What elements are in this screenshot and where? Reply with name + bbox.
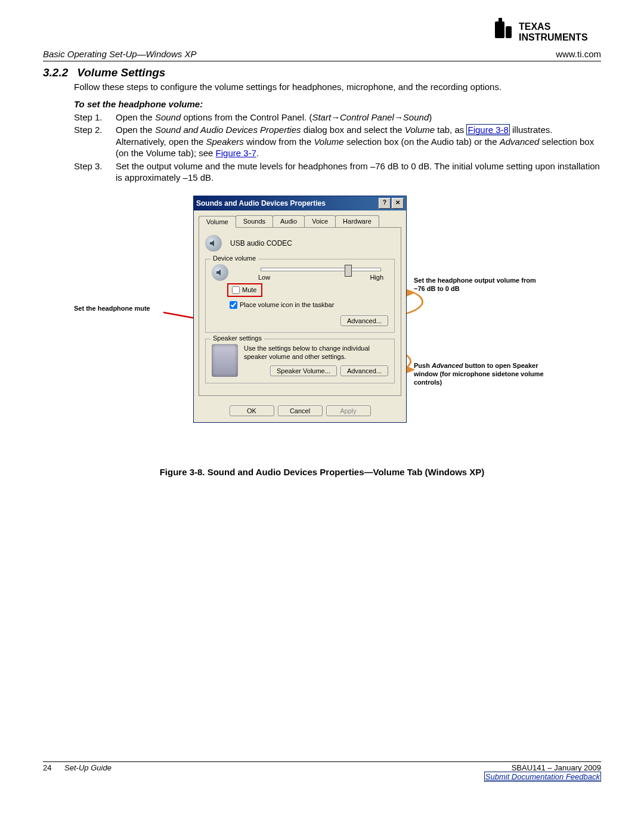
tab-voice[interactable]: Voice bbox=[304, 215, 336, 227]
cancel-button[interactable]: Cancel bbox=[278, 405, 323, 416]
svg-text:TEXAS: TEXAS bbox=[519, 21, 551, 32]
tab-hardware[interactable]: Hardware bbox=[335, 215, 379, 227]
orange-arrow-icon bbox=[405, 290, 414, 297]
intro-text: Follow these steps to configure the volu… bbox=[74, 82, 601, 93]
step-3: Step 3. Set the output volume and the mu… bbox=[74, 160, 601, 184]
section-title: Volume Settings bbox=[77, 66, 165, 79]
audio-device-name: USB audio CODEC bbox=[230, 239, 292, 247]
speaker-settings-group: Speaker settings Use the settings below … bbox=[205, 339, 395, 383]
svg-rect-1 bbox=[506, 26, 512, 38]
footer-doc-title: Set-Up Guide bbox=[64, 763, 112, 772]
page-number: 24 bbox=[43, 763, 51, 772]
ok-button[interactable]: OK bbox=[230, 405, 274, 416]
taskbar-label: Place volume icon in the taskbar bbox=[240, 301, 334, 308]
orange-arrow-icon bbox=[407, 366, 415, 373]
speaker-advanced-button[interactable]: Advanced... bbox=[340, 366, 388, 376]
slider-high-label: High bbox=[370, 274, 383, 281]
device-advanced-button[interactable]: Advanced... bbox=[340, 315, 388, 326]
speaker-volume-icon bbox=[212, 264, 228, 281]
tab-volume[interactable]: Volume bbox=[199, 216, 236, 228]
dialog-titlebar[interactable]: Sounds and Audio Devices Properties ? ✕ bbox=[194, 196, 406, 210]
apply-button[interactable]: Apply bbox=[326, 405, 371, 416]
header-url: www.ti.com bbox=[556, 49, 601, 59]
device-volume-group: Device volume Low bbox=[205, 259, 395, 333]
mute-label: Mute bbox=[242, 286, 256, 293]
step-1: Step 1. Open the Sound options from the … bbox=[74, 112, 601, 123]
figure-caption: Figure 3-8. Sound and Audio Devices Prop… bbox=[43, 467, 601, 477]
ti-logo: TEXAS INSTRUMENTS bbox=[494, 18, 601, 46]
speakers-icon bbox=[212, 344, 238, 377]
dialog-title: Sounds and Audio Devices Properties bbox=[196, 199, 377, 208]
header-bar: Basic Operating Set-Up—Windows XP www.ti… bbox=[43, 49, 601, 61]
breadcrumb: Basic Operating Set-Up—Windows XP bbox=[43, 49, 196, 59]
close-button[interactable]: ✕ bbox=[392, 198, 404, 209]
svg-rect-2 bbox=[499, 18, 502, 24]
tab-audio[interactable]: Audio bbox=[273, 215, 305, 227]
help-button[interactable]: ? bbox=[379, 198, 391, 209]
tab-sounds[interactable]: Sounds bbox=[236, 215, 273, 227]
svg-text:INSTRUMENTS: INSTRUMENTS bbox=[519, 32, 588, 42]
step-2: Step 2. Open the Sound and Audio Devices… bbox=[74, 124, 601, 159]
figure-3-8: Set the headphone mute Set the headphone… bbox=[74, 196, 601, 461]
annotation-mute: Set the headphone mute bbox=[74, 305, 163, 312]
page-footer: 24 Set-Up Guide SBAU141 – January 2009 S… bbox=[43, 761, 601, 781]
slider-thumb[interactable] bbox=[345, 265, 352, 277]
slider-low-label: Low bbox=[258, 274, 270, 281]
section-heading: 3.2.2 Volume Settings bbox=[43, 66, 601, 79]
mute-checkbox[interactable] bbox=[232, 286, 240, 294]
figure-3-7-link[interactable]: Figure 3-7 bbox=[216, 148, 256, 158]
mute-highlight: Mute bbox=[227, 283, 262, 297]
volume-slider[interactable] bbox=[261, 268, 381, 271]
figure-3-8-link[interactable]: Figure 3-8 bbox=[466, 124, 509, 135]
svg-rect-0 bbox=[495, 21, 504, 38]
footer-doc-id: SBAU141 – January 2009 bbox=[512, 763, 601, 772]
annotation-advanced: Push Advanced button to open Speaker win… bbox=[414, 361, 563, 387]
step-list: Step 1. Open the Sound options from the … bbox=[74, 112, 601, 184]
sounds-audio-dialog: Sounds and Audio Devices Properties ? ✕ … bbox=[193, 196, 407, 423]
taskbar-icon-checkbox[interactable] bbox=[230, 301, 237, 309]
feedback-link[interactable]: Submit Documentation Feedback bbox=[484, 772, 601, 782]
speaker-desc: Use the settings below to change individ… bbox=[244, 344, 388, 361]
annotation-slider: Set the headphone output volume from −76… bbox=[414, 276, 539, 293]
dialog-tabs: Volume Sounds Audio Voice Hardware bbox=[199, 215, 401, 227]
speaker-volume-button[interactable]: Speaker Volume... bbox=[270, 366, 337, 376]
section-number: 3.2.2 bbox=[43, 66, 74, 79]
subheading: To set the headphone volume: bbox=[74, 99, 601, 109]
speaker-volume-icon bbox=[205, 235, 222, 252]
